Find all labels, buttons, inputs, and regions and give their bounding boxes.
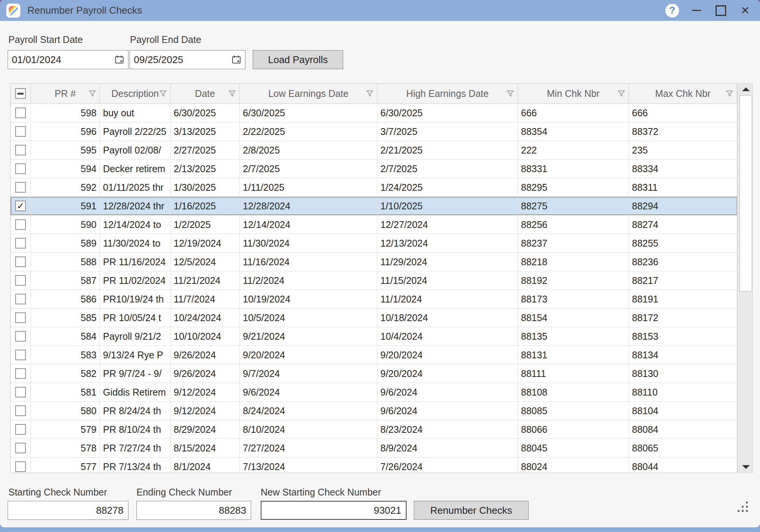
row-checkbox[interactable]: [11, 420, 31, 439]
filter-icon[interactable]: [617, 89, 625, 98]
maximize-button[interactable]: [712, 2, 730, 19]
row-checkbox[interactable]: [11, 383, 31, 401]
select-all-checkbox[interactable]: [11, 84, 31, 103]
minimize-button[interactable]: [688, 2, 705, 19]
vertical-scrollbar[interactable]: [739, 83, 753, 473]
payroll-end-date-input[interactable]: 09/25/2025: [130, 50, 245, 69]
payroll-grid: PR # Description Date Low Earnings Date …: [10, 83, 738, 473]
cell-pr: 578: [31, 439, 100, 457]
starting-check-number-input[interactable]: 88278: [8, 501, 128, 520]
column-header-high-earnings-date[interactable]: High Earnings Date: [377, 84, 518, 103]
cell-min: 88135: [518, 327, 629, 345]
table-row[interactable]: 58911/30/2024 to12/19/202411/30/202412/1…: [11, 234, 737, 253]
cell-max: 88294: [629, 197, 737, 215]
cell-date: 8/29/2024: [171, 420, 240, 439]
row-checkbox[interactable]: [11, 458, 31, 473]
calendar-icon[interactable]: [231, 55, 241, 65]
cell-date: 9/26/2024: [171, 364, 240, 383]
cell-pr: 585: [31, 309, 100, 327]
row-checkbox[interactable]: [11, 309, 31, 327]
row-checkbox[interactable]: ✓: [11, 197, 31, 215]
table-row[interactable]: 577PR 7/13/24 th8/1/20247/13/20247/26/20…: [11, 458, 737, 473]
row-checkbox[interactable]: [11, 364, 31, 383]
table-row[interactable]: 578PR 7/27/24 th8/15/20247/27/20248/9/20…: [11, 439, 737, 458]
row-checkbox[interactable]: [11, 234, 31, 252]
filter-icon[interactable]: [159, 89, 167, 98]
cell-max: 88372: [629, 122, 737, 141]
column-header-low-earnings-date[interactable]: Low Earnings Date: [240, 84, 377, 103]
scroll-down-button[interactable]: [739, 461, 752, 473]
table-row[interactable]: 59201/11/2025 thr1/30/20251/11/20251/24/…: [11, 178, 737, 197]
table-row[interactable]: 585PR 10/05/24 t10/24/202410/5/202410/18…: [11, 309, 737, 327]
row-checkbox[interactable]: [11, 178, 31, 196]
scrollbar-thumb[interactable]: [739, 95, 752, 291]
column-header-min-chk-nbr[interactable]: Min Chk Nbr: [518, 84, 629, 103]
payroll-start-date-input[interactable]: 01/01/2024: [8, 50, 128, 69]
close-button[interactable]: ✕: [736, 2, 754, 19]
renumber-checks-button[interactable]: Renumber Checks: [414, 501, 529, 520]
table-row[interactable]: 587PR 11/02/202411/21/202411/2/202411/15…: [11, 271, 737, 290]
cell-min: 666: [518, 104, 629, 122]
filter-icon[interactable]: [366, 89, 374, 98]
table-row[interactable]: 586PR10/19/24 th11/7/202410/19/202411/1/…: [11, 290, 737, 309]
row-checkbox[interactable]: [11, 160, 31, 178]
column-header-date[interactable]: Date: [171, 84, 240, 103]
help-button[interactable]: ?: [663, 2, 681, 19]
cell-desc: Payroll 02/08/: [100, 141, 171, 159]
table-row[interactable]: 59012/14/2024 to1/2/202512/14/202412/27/…: [11, 215, 737, 234]
row-checkbox[interactable]: [11, 253, 31, 271]
table-row[interactable]: 581Giddis Retirem9/12/20249/6/20249/6/20…: [11, 383, 737, 402]
filter-icon[interactable]: [506, 89, 515, 98]
table-row[interactable]: 598buy out6/30/20256/30/20256/30/2025666…: [11, 104, 737, 122]
table-row[interactable]: 588PR 11/16/202412/5/202411/16/202411/29…: [11, 253, 737, 271]
column-header-description[interactable]: Description: [100, 84, 171, 103]
cell-pr: 577: [31, 458, 100, 473]
scroll-up-button[interactable]: [739, 84, 752, 95]
cell-high: 1/10/2025: [377, 197, 518, 215]
cell-high: 11/15/2024: [377, 271, 518, 290]
calendar-icon[interactable]: [114, 55, 124, 65]
cell-low: 8/10/2024: [240, 420, 377, 439]
table-row[interactable]: 579PR 8/10/24 th8/29/20248/10/20248/23/2…: [11, 420, 737, 439]
cell-min: 88154: [518, 309, 629, 327]
table-row[interactable]: 582PR 9/7/24 - 9/9/26/20249/7/20249/20/2…: [11, 364, 737, 383]
cell-min: 88218: [518, 253, 629, 271]
row-checkbox[interactable]: [11, 141, 31, 159]
row-checkbox[interactable]: [11, 290, 31, 308]
row-checkbox[interactable]: [11, 439, 31, 457]
row-checkbox[interactable]: [11, 215, 31, 234]
row-checkbox[interactable]: [11, 271, 31, 290]
cell-min: 88237: [518, 234, 629, 252]
resize-grip[interactable]: [738, 502, 748, 512]
row-checkbox[interactable]: [11, 327, 31, 345]
row-checkbox[interactable]: [11, 122, 31, 141]
checkbox-icon: [15, 461, 26, 472]
checkbox-icon: [15, 126, 26, 137]
cell-desc: 01/11/2025 thr: [100, 178, 171, 196]
table-row[interactable]: 580PR 8/24/24 th9/12/20248/24/20249/6/20…: [11, 402, 737, 420]
checkbox-icon: [15, 108, 26, 118]
filter-icon[interactable]: [725, 89, 734, 98]
row-checkbox[interactable]: [11, 402, 31, 420]
filter-icon[interactable]: [228, 89, 236, 98]
column-header-pr[interactable]: PR #: [31, 84, 100, 103]
filter-icon[interactable]: [88, 89, 97, 98]
table-row[interactable]: ✓59112/28/2024 thr1/16/202512/28/20241/1…: [11, 197, 737, 215]
new-starting-check-number-input[interactable]: 93021: [261, 501, 407, 520]
cell-high: 9/20/2024: [377, 364, 518, 383]
cell-pr: 591: [31, 197, 100, 215]
ending-check-number-input[interactable]: 88283: [136, 501, 251, 520]
table-row[interactable]: 584Payroll 9/21/210/10/20249/21/202410/4…: [11, 327, 737, 346]
cell-high: 11/1/2024: [377, 290, 518, 308]
row-checkbox[interactable]: [11, 104, 31, 122]
table-row[interactable]: 596Payroll 2/22/253/13/20252/22/20253/7/…: [11, 122, 737, 141]
load-payrolls-button[interactable]: Load Payrolls: [253, 50, 343, 69]
row-checkbox[interactable]: [11, 346, 31, 364]
table-row[interactable]: 595Payroll 02/08/2/27/20252/8/20252/21/2…: [11, 141, 737, 160]
cell-min: 88131: [518, 346, 629, 364]
cell-date: 11/7/2024: [171, 290, 240, 308]
column-header-max-chk-nbr[interactable]: Max Chk Nbr: [629, 84, 737, 103]
table-row[interactable]: 594Decker retirem2/13/20252/7/20252/7/20…: [11, 160, 737, 178]
table-row[interactable]: 5839/13/24 Rye P9/26/20249/20/20249/20/2…: [11, 346, 737, 364]
cell-date: 1/30/2025: [171, 178, 240, 196]
